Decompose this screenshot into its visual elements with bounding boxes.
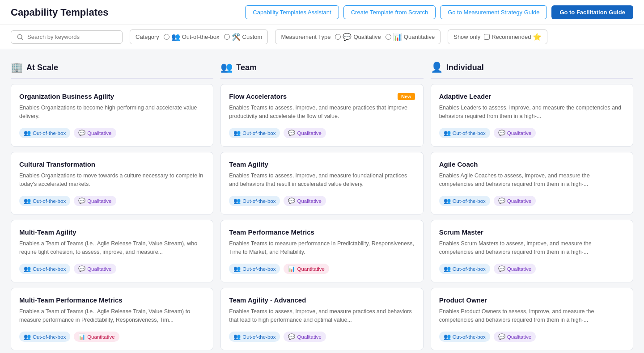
at-scale-column-title: At Scale [26,63,58,72]
card-agile-coach[interactable]: Agile CoachEnables Agile Coaches to asse… [431,152,633,214]
card-title-product-owner: Product Owner [439,296,625,304]
page-title: Capability Templates [11,7,108,18]
team-column-icon: 👥 [220,62,233,73]
card-cultural-transformation[interactable]: Cultural TransformationEnables Organizat… [11,152,213,214]
search-wrapper [11,30,123,44]
tag-out-of-the-box: 👥Out-of-the-box [19,128,70,138]
quantitative-icon: 📊 [393,33,402,41]
custom-icon: 🛠️ [232,33,241,41]
assistant-button[interactable]: Capability Templates Assistant [245,5,339,19]
out-of-the-box-option[interactable]: 👥 Out-of-the-box [164,33,220,41]
tag-out-of-the-box: 👥Out-of-the-box [439,264,490,274]
quantitative-option[interactable]: 📊 Quantitative [386,33,435,41]
tag-qualitative: 💬Qualitative [494,128,536,138]
tag-out-of-the-box: 👥Out-of-the-box [229,264,280,274]
recommended-option[interactable]: Recommended ⭐ [484,33,542,41]
tag-qualitative: 💬Qualitative [494,264,536,274]
category-filter: Category 👥 Out-of-the-box 🛠️ Custom [130,29,268,44]
search-icon [17,34,24,41]
card-tags-product-owner: 👥Out-of-the-box💬Qualitative [439,332,625,342]
recommended-icon: ⭐ [533,33,542,41]
card-description-multi-team-agility: Enables a Team of Teams (i.e., Agile Rel… [19,240,205,257]
card-description-product-owner: Enables Product Owners to assess, improv… [439,307,625,325]
header-buttons: Capability Templates Assistant Create Te… [245,5,633,19]
facilitation-guide-button[interactable]: Go to Facilitation Guide [551,5,633,19]
card-multi-team-performance-metrics[interactable]: Multi-Team Performance MetricsEnables a … [11,288,213,350]
card-product-owner[interactable]: Product OwnerEnables Product Owners to a… [431,288,633,350]
measurement-strategy-button[interactable]: Go to Measurement Strategy Guide [440,5,547,19]
tag-out-of-the-box: 👥Out-of-the-box [19,332,70,342]
card-tags-org-business-agility: 👥Out-of-the-box💬Qualitative [19,128,205,138]
tag-qualitative: 💬Qualitative [284,128,326,138]
header: Capability Templates Capability Template… [0,0,644,25]
tag-qualitative: 💬Qualitative [284,196,326,206]
custom-option[interactable]: 🛠️ Custom [224,33,263,41]
measurement-type-label: Measurement Type [281,34,330,40]
search-input[interactable] [27,34,117,40]
column-team: 👥TeamFlow AcceleratorsNewEnables Teams t… [220,56,423,353]
card-description-team-performance-metrics: Enables Teams to measure performance in … [229,240,415,257]
card-description-team-agility-advanced: Enables Teams to assess, improve, and me… [229,307,415,325]
tag-qualitative: 💬Qualitative [494,332,536,342]
card-tags-flow-accelerators: 👥Out-of-the-box💬Qualitative [229,128,415,138]
card-tags-team-performance-metrics: 👥Out-of-the-box📊Quantitative [229,264,415,274]
create-template-button[interactable]: Create Template from Scratch [343,5,436,19]
card-title-agile-coach: Agile Coach [439,160,625,168]
tag-out-of-the-box: 👥Out-of-the-box [19,264,70,274]
card-multi-team-agility[interactable]: Multi-Team AgilityEnables a Team of Team… [11,220,213,282]
card-description-agile-coach: Enables Agile Coaches to assess, improve… [439,172,625,189]
card-title-scrum-master: Scrum Master [439,228,625,236]
tag-out-of-the-box: 👥Out-of-the-box [229,196,280,206]
tag-qualitative: 💬Qualitative [74,196,116,206]
tag-out-of-the-box: 👥Out-of-the-box [229,332,280,342]
card-team-performance-metrics[interactable]: Team Performance MetricsEnables Teams to… [220,220,423,282]
card-description-flow-accelerators: Enables Teams to assess, improve, and me… [229,104,415,122]
card-org-business-agility[interactable]: Organization Business AgilityEnables Org… [11,84,213,147]
card-flow-accelerators[interactable]: Flow AcceleratorsNewEnables Teams to ass… [220,84,423,147]
tag-qualitative: 💬Qualitative [494,196,536,206]
measurement-type-filter: Measurement Type 💬 Qualitative 📊 Quantit… [275,29,441,44]
tag-out-of-the-box: 👥Out-of-the-box [439,332,490,342]
recommended-label: Recommended [491,34,531,40]
card-title-multi-team-agility: Multi-Team Agility [19,228,205,236]
card-description-team-agility: Enables Teams to assess, improve, and me… [229,172,415,189]
card-title-team-agility-advanced: Team Agility - Advanced [229,296,415,304]
tag-out-of-the-box: 👥Out-of-the-box [439,128,490,138]
team-column-title: Team [236,63,257,72]
tag-quantitative: 📊Quantitative [284,264,329,274]
card-description-adaptive-leader: Enables Leaders to assess, improve, and … [439,104,625,122]
card-description-scrum-master: Enables Scrum Masters to assess, improve… [439,240,625,257]
column-individual: 👤IndividualAdaptive LeaderEnables Leader… [431,56,633,353]
tag-qualitative: 💬Qualitative [74,264,116,274]
new-badge: New [398,93,415,100]
tag-out-of-the-box: 👥Out-of-the-box [19,196,70,206]
qualitative-option[interactable]: 💬 Qualitative [335,33,381,41]
card-title-cultural-transformation: Cultural Transformation [19,160,205,168]
tag-qualitative: 💬Qualitative [74,128,116,138]
card-tags-multi-team-agility: 👥Out-of-the-box💬Qualitative [19,264,205,274]
card-tags-scrum-master: 👥Out-of-the-box💬Qualitative [439,264,625,274]
card-adaptive-leader[interactable]: Adaptive LeaderEnables Leaders to assess… [431,84,633,147]
card-title-flow-accelerators: Flow AcceleratorsNew [229,92,415,100]
card-team-agility-advanced[interactable]: Team Agility - AdvancedEnables Teams to … [220,288,423,350]
svg-point-0 [17,34,22,39]
show-only-label: Show only [453,34,480,40]
card-title-org-business-agility: Organization Business Agility [19,92,205,100]
individual-column-title: Individual [446,63,484,72]
card-tags-adaptive-leader: 👥Out-of-the-box💬Qualitative [439,128,625,138]
card-tags-team-agility-advanced: 👥Out-of-the-box💬Qualitative [229,332,415,342]
category-label: Category [136,34,159,40]
at-scale-column-icon: 🏢 [11,62,23,73]
show-only-filter: Show only Recommended ⭐ [448,29,547,44]
out-of-the-box-label: Out-of-the-box [182,34,220,40]
card-title-team-performance-metrics: Team Performance Metrics [229,228,415,236]
card-team-agility[interactable]: Team AgilityEnables Teams to assess, imp… [220,152,423,214]
main-content: 🏢At ScaleOrganization Business AgilityEn… [0,49,644,353]
card-title-adaptive-leader: Adaptive Leader [439,92,625,100]
card-description-multi-team-performance-metrics: Enables a Team of Teams (i.e., Agile Rel… [19,307,205,325]
card-scrum-master[interactable]: Scrum MasterEnables Scrum Masters to ass… [431,220,633,282]
card-description-org-business-agility: Enables Organizations to become high-per… [19,104,205,122]
tag-qualitative: 💬Qualitative [284,332,326,342]
tag-quantitative: 📊Quantitative [74,332,119,342]
column-header-at-scale: 🏢At Scale [11,56,213,79]
